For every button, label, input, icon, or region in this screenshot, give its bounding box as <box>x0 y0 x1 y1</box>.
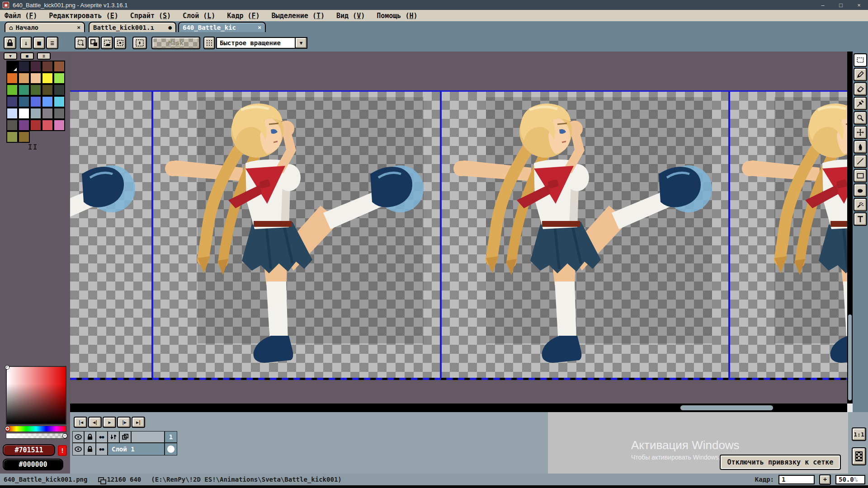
color-warning-button[interactable]: ! <box>58 445 67 456</box>
palette-swatch[interactable] <box>6 108 18 119</box>
menu-edit[interactable]: РедактироватьE <box>49 12 118 20</box>
text-tool[interactable] <box>854 212 867 226</box>
menu-file[interactable]: ФайлF <box>5 12 37 20</box>
spray-tool[interactable] <box>854 198 867 211</box>
maximize-button[interactable]: □ <box>832 0 850 10</box>
palette-swatch[interactable] <box>53 84 65 96</box>
palette-swatch[interactable] <box>18 108 30 119</box>
hue-cursor[interactable] <box>5 427 9 431</box>
add-frame-button[interactable]: + <box>819 474 831 485</box>
palette-sort-button[interactable]: ▼ <box>4 52 17 60</box>
palette-swatch[interactable] <box>42 84 53 96</box>
tab-home[interactable]: ⌂ Начало × <box>5 22 85 32</box>
palette-swatch[interactable] <box>6 131 18 143</box>
tab-modified-icon[interactable]: ● <box>165 24 172 31</box>
filled-square-icon[interactable]: ■ <box>33 37 45 49</box>
palette-swatch[interactable] <box>42 61 53 72</box>
minimize-button[interactable]: – <box>814 0 832 10</box>
eyedropper-tool[interactable] <box>854 97 867 110</box>
palette-swatch[interactable] <box>42 108 53 119</box>
tab-battle-kick001[interactable]: Battle_kick001.ı ● <box>89 22 176 32</box>
go-last-frame-button[interactable]: ▶| <box>132 417 145 428</box>
paint-bucket-tool[interactable] <box>854 140 867 154</box>
onion-skin-icon[interactable]: ●● <box>96 431 108 443</box>
foreground-color-swatch[interactable]: #701511 <box>3 444 55 456</box>
rectangle-tool[interactable] <box>854 169 867 183</box>
palette-swatch[interactable] <box>53 96 65 108</box>
palette-swatch[interactable] <box>53 61 65 72</box>
palette-swatch[interactable] <box>18 84 30 96</box>
palette-swatch[interactable] <box>42 96 53 108</box>
sv-cursor[interactable] <box>5 366 9 369</box>
selection-add-icon[interactable] <box>88 37 100 49</box>
canvas-viewport[interactable] <box>70 52 853 412</box>
lock-icon[interactable] <box>4 37 16 49</box>
alpha-cursor[interactable] <box>63 434 67 438</box>
menu-layer[interactable]: СлойL <box>183 12 215 20</box>
horizontal-scrollbar[interactable] <box>70 404 847 412</box>
palette-swatch[interactable] <box>30 72 42 84</box>
palette-swatch[interactable] <box>6 119 18 131</box>
grid-icon[interactable] <box>203 37 215 49</box>
palette-swatch[interactable] <box>6 72 18 84</box>
layers-icon[interactable] <box>119 431 131 443</box>
horizontal-scrollbar-thumb[interactable] <box>680 405 773 410</box>
menu-sprite[interactable]: СпрайтS <box>130 12 171 20</box>
contour-tool[interactable] <box>854 183 867 197</box>
selection-replace-icon[interactable] <box>75 37 87 49</box>
menu-lines-icon[interactable]: ≡ <box>46 37 58 49</box>
palette-swatch[interactable] <box>6 96 18 108</box>
palette-options-button[interactable]: ≡ <box>37 52 51 60</box>
palette-swatch[interactable] <box>18 61 30 72</box>
palette-swatch[interactable] <box>18 119 30 131</box>
palette-swatch[interactable] <box>6 84 18 96</box>
selection-subtract-icon[interactable] <box>101 37 113 49</box>
timeline-settings-icon[interactable] <box>108 431 119 443</box>
close-button[interactable]: × <box>850 0 868 10</box>
palette-swatch[interactable] <box>30 61 42 72</box>
alpha-slider[interactable] <box>6 433 66 439</box>
zoom-tool[interactable] <box>854 111 867 125</box>
layer-row[interactable]: Слой 1 <box>108 443 165 455</box>
move-tool[interactable] <box>854 126 867 139</box>
arrow-down-icon[interactable]: ↓ <box>20 37 32 49</box>
palette-presets-button[interactable]: ■ <box>20 52 34 60</box>
saturation-value-picker[interactable] <box>6 366 66 425</box>
hue-slider[interactable] <box>6 426 66 432</box>
layer-lock-icon[interactable] <box>84 443 96 455</box>
palette-swatch[interactable] <box>53 119 65 131</box>
snap-to-grid-tooltip[interactable]: Отключить привязку к сетке <box>720 455 841 470</box>
next-frame-button[interactable]: |▶ <box>117 417 131 428</box>
palette-swatch[interactable] <box>30 119 42 131</box>
palette-swatch[interactable] <box>42 119 53 131</box>
palette-swatch[interactable] <box>30 96 42 108</box>
menu-select[interactable]: ВыделениеT <box>272 12 325 20</box>
lock-icon[interactable] <box>84 431 96 443</box>
rectangular-marquee-tool[interactable] <box>854 53 867 67</box>
tab-640-battle-kick[interactable]: 640_Battle_kic × <box>178 22 266 32</box>
layer-onion-icon[interactable]: ●● <box>96 443 108 455</box>
frame-header-1[interactable]: 1 <box>165 431 177 443</box>
palette-swatch[interactable] <box>18 131 30 143</box>
transform-handles-icon[interactable] <box>132 37 147 49</box>
layer-eye-icon[interactable] <box>72 443 84 455</box>
vertical-scrollbar-thumb[interactable] <box>848 314 852 400</box>
zoom-percent-input[interactable]: 50.0% <box>835 475 865 484</box>
palette-swatch[interactable] <box>18 96 30 108</box>
palette-swatch[interactable] <box>6 61 18 72</box>
cel-frame-1[interactable] <box>165 443 177 455</box>
line-tool[interactable] <box>854 155 867 168</box>
sprite-sheet[interactable] <box>70 92 847 378</box>
palette-swatch[interactable] <box>53 108 65 119</box>
pencil-tool[interactable] <box>854 68 867 81</box>
frame-number-input[interactable]: 1 <box>778 475 815 484</box>
chevron-down-icon[interactable]: ▼ <box>295 38 307 48</box>
palette-swatch[interactable] <box>42 72 53 84</box>
previous-frame-button[interactable]: ◀| <box>88 417 102 428</box>
play-button[interactable]: ▶ <box>103 417 116 428</box>
eye-icon[interactable] <box>72 431 84 443</box>
palette-swatch[interactable] <box>30 84 42 96</box>
go-first-frame-button[interactable]: |◀ <box>74 417 87 428</box>
zoom-1-1-button[interactable]: 1:1 <box>852 427 866 441</box>
timeline-toggle-icon[interactable] <box>852 447 866 465</box>
